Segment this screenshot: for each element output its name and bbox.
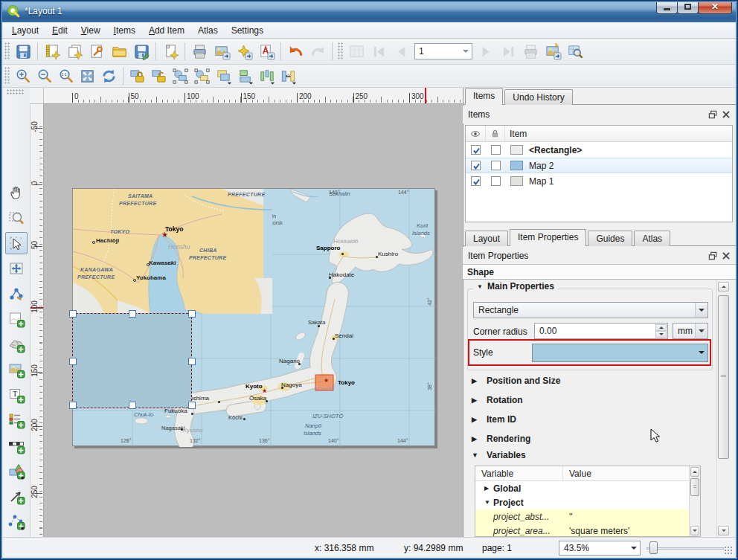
variables-scrollbar[interactable] <box>689 466 700 536</box>
menu-edit[interactable]: Edit <box>45 23 74 38</box>
window-resize-grip[interactable] <box>724 546 733 555</box>
zoom-level-combo[interactable]: 43.5% <box>559 541 641 556</box>
tab-layout[interactable]: Layout <box>465 231 508 246</box>
scrollbar-thumb[interactable] <box>718 295 729 459</box>
tab-items[interactable]: Items <box>465 88 503 105</box>
variable-row-global[interactable]: ▶Global <box>475 481 700 495</box>
print-button[interactable] <box>188 41 211 62</box>
add-arrow-button[interactable] <box>5 485 28 507</box>
close-panel-icon[interactable] <box>721 251 731 261</box>
move-content-tool-button[interactable] <box>5 257 28 280</box>
new-layout-button[interactable] <box>41 41 63 62</box>
main-properties-legend[interactable]: ▼ Main Properties <box>473 281 558 292</box>
tab-undo-history[interactable]: Undo History <box>504 89 572 105</box>
group-items-button[interactable] <box>170 66 191 86</box>
map2-item[interactable]: SAITAMAPREFECTUREPREFECTURETOKYOTokyoHac… <box>72 188 272 313</box>
refresh-button[interactable] <box>98 66 120 86</box>
lock-checkbox[interactable] <box>491 161 501 170</box>
variable-row-project-area-[interactable]: project_area...'square meters' <box>475 524 700 537</box>
tab-guides[interactable]: Guides <box>588 231 632 246</box>
load-template-button[interactable] <box>108 41 130 62</box>
export-svg-button[interactable] <box>233 41 255 62</box>
zoom-slider-track[interactable] <box>646 547 724 550</box>
variable-row-project-abst-[interactable]: project_abst...'' <box>475 509 700 524</box>
export-pdf-button[interactable] <box>255 41 277 62</box>
distribute-items-button[interactable] <box>256 66 277 86</box>
menu-add-item[interactable]: Add Item <box>142 23 191 38</box>
align-items-button[interactable] <box>234 66 256 86</box>
add-3d-map-button[interactable] <box>5 333 28 355</box>
save-project-button[interactable] <box>12 41 34 62</box>
resize-handle-ne[interactable] <box>188 310 196 318</box>
resize-handle-sw[interactable] <box>69 402 77 409</box>
visibility-checkbox[interactable] <box>471 176 481 186</box>
menu-settings[interactable]: Settings <box>225 23 270 38</box>
maximize-button[interactable] <box>677 0 699 14</box>
menu-layout[interactable]: Layout <box>5 23 45 38</box>
lock-checkbox[interactable] <box>491 145 501 155</box>
add-map-button[interactable] <box>5 308 28 330</box>
layout-manager-button[interactable] <box>86 41 108 62</box>
item-row-map-2[interactable]: Map 2 <box>466 158 732 173</box>
raise-items-button[interactable] <box>213 66 234 86</box>
atlas-feature-combo[interactable]: 1 <box>414 43 472 59</box>
unlock-items-button[interactable] <box>148 66 170 86</box>
item-row-map-1[interactable]: Map 1 <box>466 173 732 189</box>
section-rendering[interactable]: ▶Rendering <box>472 434 530 444</box>
style-swatch-button[interactable] <box>532 344 708 362</box>
resize-handle-s[interactable] <box>129 402 136 409</box>
zoom-out-button[interactable] <box>33 66 55 86</box>
item-row--rectangle-[interactable]: <Rectangle> <box>466 142 732 158</box>
zoom-full-button[interactable] <box>77 66 98 86</box>
resize-handle-w[interactable] <box>69 358 77 365</box>
add-pages-button[interactable] <box>159 41 182 62</box>
tab-item-properties[interactable]: Item Properties <box>510 229 586 246</box>
resize-handle-n[interactable] <box>129 310 136 318</box>
scrollbar-thumb[interactable] <box>690 478 699 496</box>
resize-handle-nw[interactable] <box>69 310 77 318</box>
atlas-settings-button[interactable] <box>564 41 586 62</box>
lock-items-button[interactable] <box>126 66 148 86</box>
resize-handle-e[interactable] <box>188 358 196 365</box>
pan-tool-button[interactable] <box>5 181 28 204</box>
menu-atlas[interactable]: Atlas <box>191 23 225 38</box>
zoom-in-button[interactable] <box>12 66 33 86</box>
add-legend-button[interactable] <box>5 409 28 431</box>
add-scalebar-button[interactable] <box>5 434 28 457</box>
section-rotation[interactable]: ▶Rotation <box>472 395 523 405</box>
select-move-tool-button[interactable] <box>5 232 28 254</box>
add-label-button[interactable]: T <box>5 384 28 406</box>
scroll-down-icon[interactable] <box>690 526 699 535</box>
ungroup-items-button[interactable] <box>191 66 213 86</box>
undo-button[interactable] <box>284 41 307 62</box>
section-variables[interactable]: ▼Variables <box>472 450 526 460</box>
shape-type-combo[interactable]: Rectangle <box>473 302 708 318</box>
minimize-button[interactable] <box>656 0 678 14</box>
add-picture-button[interactable] <box>5 358 28 381</box>
menu-view[interactable]: View <box>74 23 107 38</box>
scroll-up-icon[interactable] <box>690 467 699 477</box>
section-item-id[interactable]: ▶Item ID <box>472 414 516 425</box>
export-image-button[interactable] <box>211 41 233 62</box>
add-node-item-button[interactable] <box>5 510 28 532</box>
edit-nodes-tool-button[interactable] <box>5 283 28 305</box>
close-button[interactable]: ✕ <box>698 0 732 14</box>
zoom-actual-button[interactable]: 1:1 <box>55 66 77 86</box>
titlebar[interactable]: *Layout 1 ✕ <box>0 0 738 22</box>
section-position-and-size[interactable]: ▶Position and Size <box>472 376 560 386</box>
spin-up-icon[interactable] <box>655 324 667 331</box>
spin-down-icon[interactable] <box>655 331 667 338</box>
export-atlas-button[interactable] <box>542 41 564 62</box>
zoom-tool-button[interactable] <box>5 207 28 229</box>
scroll-up-icon[interactable] <box>718 282 729 292</box>
close-panel-icon[interactable] <box>721 109 731 120</box>
visibility-checkbox[interactable] <box>471 145 481 155</box>
rectangle-item-selected[interactable] <box>72 313 192 408</box>
corner-radius-spinbox[interactable]: 0.00 <box>534 323 668 339</box>
layout-canvas[interactable]: SakhalinAinnegorskKurilIslandsHokkaidōSa… <box>44 104 463 537</box>
tab-atlas[interactable]: Atlas <box>634 231 670 246</box>
lock-checkbox[interactable] <box>491 176 501 186</box>
resize-items-button[interactable] <box>277 66 299 86</box>
save-as-template-button[interactable] <box>130 41 153 62</box>
variable-row-project[interactable]: ▼Project <box>475 495 700 509</box>
